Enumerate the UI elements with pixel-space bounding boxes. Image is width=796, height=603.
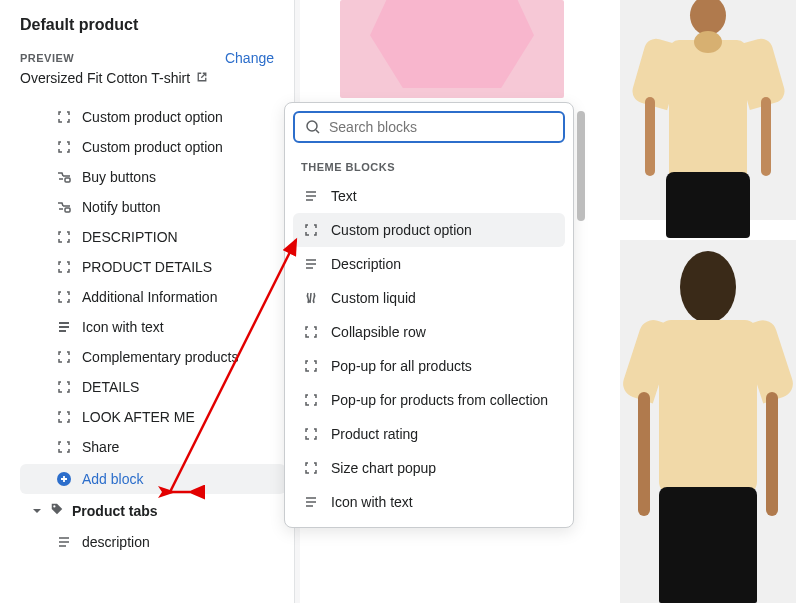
product-image-tan-back: [620, 240, 796, 603]
plus-circle-icon: [56, 471, 72, 487]
block-item[interactable]: Share: [20, 432, 286, 462]
block-label: PRODUCT DETAILS: [82, 259, 212, 275]
option-label: Custom liquid: [331, 290, 416, 306]
add-block-popover: THEME BLOCKS TextCustom product optionDe…: [284, 102, 574, 528]
bracket-icon: [303, 324, 319, 340]
theme-editor-sidebar: Default product PREVIEW Change Oversized…: [0, 0, 295, 603]
block-item[interactable]: DESCRIPTION: [20, 222, 286, 252]
block-label: Additional Information: [82, 289, 217, 305]
block-item[interactable]: Custom product option: [20, 132, 286, 162]
theme-block-option[interactable]: Custom product option: [293, 213, 565, 247]
block-list: Custom product optionCustom product opti…: [0, 98, 294, 557]
bracket-icon: [303, 222, 319, 238]
block-label: DETAILS: [82, 379, 139, 395]
bracket-icon: [56, 379, 72, 395]
theme-block-option[interactable]: Product rating: [293, 417, 565, 451]
text-icon: [56, 534, 72, 550]
option-label: Custom product option: [331, 222, 472, 238]
svg-point-4: [307, 121, 317, 131]
block-item[interactable]: DETAILS: [20, 372, 286, 402]
block-label: DESCRIPTION: [82, 229, 178, 245]
svg-rect-1: [65, 208, 70, 212]
option-label: Size chart popup: [331, 460, 436, 476]
block-label: Icon with text: [82, 319, 164, 335]
theme-blocks-list: TextCustom product optionDescriptionCust…: [285, 179, 573, 527]
block-label: Complementary products: [82, 349, 238, 365]
block-item[interactable]: description: [20, 527, 286, 557]
theme-blocks-label: THEME BLOCKS: [285, 151, 573, 179]
bracket-icon: [303, 392, 319, 408]
option-label: Text: [331, 188, 357, 204]
bracket-icon: [303, 460, 319, 476]
block-label: Buy buttons: [82, 169, 156, 185]
option-label: Product rating: [331, 426, 418, 442]
option-label: Pop-up for products from collection: [331, 392, 548, 408]
text-icon: [303, 256, 319, 272]
chevron-down-icon: [32, 503, 42, 519]
bracket-icon: [56, 139, 72, 155]
change-preview-link[interactable]: Change: [225, 50, 274, 66]
block-item[interactable]: Notify button: [20, 192, 286, 222]
option-label: Collapsible row: [331, 324, 426, 340]
text-icon: [303, 188, 319, 204]
block-label: Share: [82, 439, 119, 455]
bracket-icon: [56, 259, 72, 275]
theme-block-option[interactable]: Text: [293, 179, 565, 213]
theme-block-option[interactable]: Pop-up for all products: [293, 349, 565, 383]
option-label: Icon with text: [331, 494, 413, 510]
preview-label: PREVIEW: [20, 52, 74, 64]
bracket-icon: [56, 229, 72, 245]
block-label: LOOK AFTER ME: [82, 409, 195, 425]
block-item[interactable]: LOOK AFTER ME: [20, 402, 286, 432]
bracket-icon: [56, 289, 72, 305]
block-item[interactable]: Additional Information: [20, 282, 286, 312]
bracket-icon: [56, 439, 72, 455]
text-icon: [56, 319, 72, 335]
theme-block-option[interactable]: Custom liquid: [293, 281, 565, 315]
bracket-icon: [303, 426, 319, 442]
preview-product-name: Oversized Fit Cotton T-shirt: [20, 70, 190, 86]
block-item[interactable]: Complementary products: [20, 342, 286, 372]
product-image-pink-tshirt: [340, 0, 564, 98]
buy-icon: [56, 199, 72, 215]
bracket-icon: [56, 349, 72, 365]
search-icon: [305, 119, 321, 135]
add-block-label: Add block: [82, 471, 143, 487]
add-block-button[interactable]: Add block: [20, 464, 286, 494]
block-item[interactable]: PRODUCT DETAILS: [20, 252, 286, 282]
section-name: Product tabs: [72, 503, 158, 519]
block-label: Custom product option: [82, 139, 223, 155]
bracket-icon: [56, 409, 72, 425]
text-icon: [303, 494, 319, 510]
scrollbar[interactable]: [577, 111, 585, 221]
buy-icon: [56, 169, 72, 185]
block-label: Notify button: [82, 199, 161, 215]
liquid-icon: [303, 290, 319, 306]
theme-block-option[interactable]: Pop-up for products from collection: [293, 383, 565, 417]
theme-block-option[interactable]: Icon with text: [293, 485, 565, 519]
external-link-icon[interactable]: [196, 70, 208, 86]
option-label: Description: [331, 256, 401, 272]
theme-block-option[interactable]: Collapsible row: [293, 315, 565, 349]
theme-block-option[interactable]: Description: [293, 247, 565, 281]
tag-icon: [50, 502, 64, 519]
block-label: description: [82, 534, 150, 550]
block-item[interactable]: Icon with text: [20, 312, 286, 342]
block-label: Custom product option: [82, 109, 223, 125]
block-item[interactable]: Buy buttons: [20, 162, 286, 192]
theme-block-option[interactable]: Size chart popup: [293, 451, 565, 485]
bracket-icon: [56, 109, 72, 125]
section-title: Default product: [20, 16, 274, 34]
block-item[interactable]: Custom product option: [20, 102, 286, 132]
section-product-tabs[interactable]: Product tabs: [20, 494, 286, 527]
svg-rect-0: [65, 178, 70, 182]
search-blocks-input[interactable]: [329, 119, 553, 135]
option-label: Pop-up for all products: [331, 358, 472, 374]
product-image-tan-front: [620, 0, 796, 220]
bracket-icon: [303, 358, 319, 374]
svg-point-3: [53, 505, 55, 507]
